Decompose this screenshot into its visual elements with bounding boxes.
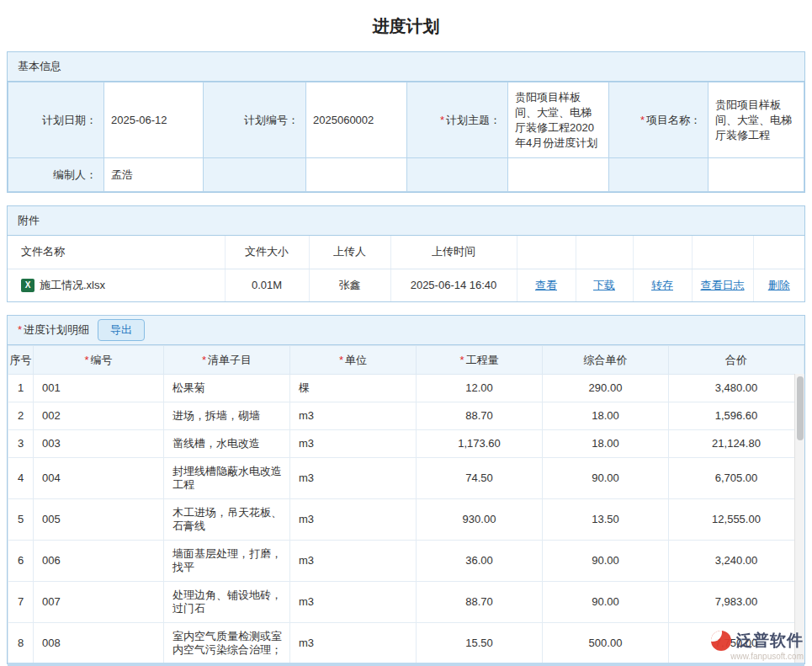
unit-price-cell: 18.00 <box>543 430 669 458</box>
item-cell: 墙面基层处理，打磨，找平 <box>164 541 290 582</box>
total-cell: 21,124.80 <box>669 430 804 458</box>
detail-column-header: *编号 <box>34 346 164 375</box>
total-cell: 3,240.00 <box>669 541 804 582</box>
code-cell: 005 <box>34 499 164 541</box>
detail-column-header: *合价 <box>669 346 804 375</box>
scrollbar-thumb[interactable] <box>797 376 804 440</box>
empty-value-cell <box>306 158 407 192</box>
quantity-cell: 15.50 <box>417 623 543 664</box>
file-size: 0.01M <box>225 269 309 301</box>
seq-cell: 8 <box>8 623 34 664</box>
page-title: 进度计划 <box>0 0 812 51</box>
quantity-cell: 930.00 <box>417 499 543 541</box>
unit-price-cell: 13.50 <box>543 499 669 541</box>
detail-section: *进度计划明细 导出 *序号 *编号 *清单子目 *单位 <box>7 315 805 664</box>
unit-cell: m3 <box>290 541 417 582</box>
detail-row[interactable]: 2 002 进场，拆墙，砌墙 m3 88.70 18.00 1,596.60 <box>8 402 804 430</box>
view-link[interactable]: 查看 <box>535 279 557 291</box>
view-log-link[interactable]: 查看日志 <box>701 279 745 291</box>
total-cell: 6,705.00 <box>669 458 804 499</box>
total-cell: 3,480.00 <box>669 375 804 402</box>
attachment-row[interactable]: X 施工情况.xlsx 0.01M 张鑫 2025-06-14 16:40 查看… <box>8 269 804 301</box>
empty-label-cell <box>609 158 709 192</box>
actions-header <box>753 236 804 269</box>
detail-column-header: *单位 <box>290 346 417 375</box>
empty-label-cell <box>407 158 508 192</box>
total-cell: 1,596.60 <box>669 402 804 430</box>
detail-table-wrap: *序号 *编号 *清单子目 *单位 *工程量 *综合单价 *合价 <box>8 345 804 663</box>
uploader-header: 上传人 <box>309 236 390 269</box>
attachments-section-header: 附件 <box>8 206 804 236</box>
quantity-cell: 88.70 <box>417 582 543 623</box>
delete-link[interactable]: 删除 <box>768 279 790 291</box>
required-icon: * <box>339 354 343 366</box>
detail-row[interactable]: 7 007 处理边角、铺设地砖，过门石 m3 88.70 90.00 7,983… <box>8 582 804 623</box>
seq-cell: 6 <box>8 541 34 582</box>
seq-cell: 5 <box>8 499 34 541</box>
detail-column-header: *工程量 <box>417 346 543 375</box>
unit-cell: m3 <box>290 499 417 541</box>
project-name-label: *项目名称： <box>609 83 709 158</box>
required-icon: * <box>18 323 22 336</box>
plan-number-label: 计划编号： <box>204 83 306 158</box>
unit-price-cell: 18.00 <box>543 402 669 430</box>
plan-number-value: 2025060002 <box>306 83 407 158</box>
attachments-section: 附件 文件名称 文件大小 上传人 上传时间 X <box>7 205 805 302</box>
code-cell: 008 <box>34 623 164 664</box>
item-cell: 木工进场，吊天花板、石膏线 <box>164 499 290 541</box>
unit-price-cell: 290.00 <box>543 375 669 402</box>
seq-cell: 3 <box>8 430 34 458</box>
detail-row[interactable]: 4 004 封埋线槽隐蔽水电改造工程 m3 74.50 90.00 6,705.… <box>8 458 804 499</box>
empty-label-cell <box>204 158 306 192</box>
brand-logo-icon <box>711 631 731 651</box>
unit-cell: m3 <box>290 458 417 499</box>
code-cell: 001 <box>34 375 164 402</box>
quantity-cell: 1,173.60 <box>417 430 543 458</box>
detail-column-header: *清单子目 <box>164 346 290 375</box>
quantity-cell: 88.70 <box>417 402 543 430</box>
code-cell: 007 <box>34 582 164 623</box>
detail-row[interactable]: 5 005 木工进场，吊天花板、石膏线 m3 930.00 13.50 12,5… <box>8 499 804 541</box>
required-icon: * <box>640 114 645 126</box>
unit-cell: 棵 <box>290 375 417 402</box>
unit-price-cell: 90.00 <box>543 582 669 623</box>
required-icon: * <box>459 354 464 366</box>
excel-file-icon: X <box>21 279 34 292</box>
detail-row[interactable]: 6 006 墙面基层处理，打磨，找平 m3 36.00 90.00 3,240.… <box>8 541 804 582</box>
plan-subject-label: *计划主题： <box>407 83 508 158</box>
download-link[interactable]: 下载 <box>593 279 615 291</box>
compiler-value: 孟浩 <box>104 158 204 192</box>
unit-cell: m3 <box>290 430 417 458</box>
file-name: 施工情况.xlsx <box>40 278 105 293</box>
unit-cell: m3 <box>290 623 417 664</box>
basic-info-section: 基本信息 计划日期： 2025-06-12 计划编号： 2025060002 *… <box>7 51 805 193</box>
detail-row[interactable]: 3 003 凿线槽，水电改造 m3 1,173.60 18.00 21,124.… <box>8 430 804 458</box>
code-cell: 004 <box>34 458 164 499</box>
detail-row[interactable]: 1 001 松果菊 棵 12.00 290.00 3,480.00 <box>8 375 804 402</box>
total-cell: 12,555.00 <box>669 499 804 541</box>
empty-value-cell <box>709 158 804 192</box>
detail-column-header: *序号 <box>8 346 34 375</box>
unit-cell: m3 <box>290 402 417 430</box>
code-cell: 006 <box>34 541 164 582</box>
vertical-scrollbar[interactable] <box>794 374 804 663</box>
export-button[interactable]: 导出 <box>98 319 145 341</box>
detail-row[interactable]: 8 008 室内空气质量检测或室内空气污染综合治理； m3 15.50 500.… <box>8 623 804 664</box>
actions-header <box>517 236 576 269</box>
unit-price-cell: 500.00 <box>543 623 669 664</box>
item-cell: 封埋线槽隐蔽水电改造工程 <box>164 458 290 499</box>
code-cell: 003 <box>34 430 164 458</box>
transfer-save-link[interactable]: 转存 <box>651 279 673 291</box>
actions-header <box>633 236 692 269</box>
unit-price-cell: 90.00 <box>543 458 669 499</box>
item-cell: 进场，拆墙，砌墙 <box>164 402 290 430</box>
quantity-cell: 12.00 <box>417 375 543 402</box>
seq-cell: 2 <box>8 402 34 430</box>
unit-price-cell: 90.00 <box>543 541 669 582</box>
plan-date-label: 计划日期： <box>8 83 104 158</box>
table-bottom-edge <box>8 663 804 666</box>
attachments-table: 文件名称 文件大小 上传人 上传时间 X 施工情况.xlsx 0.01 <box>8 236 804 301</box>
file-size-header: 文件大小 <box>225 236 309 269</box>
item-cell: 室内空气质量检测或室内空气污染综合治理； <box>164 623 290 664</box>
actions-header <box>576 236 633 269</box>
